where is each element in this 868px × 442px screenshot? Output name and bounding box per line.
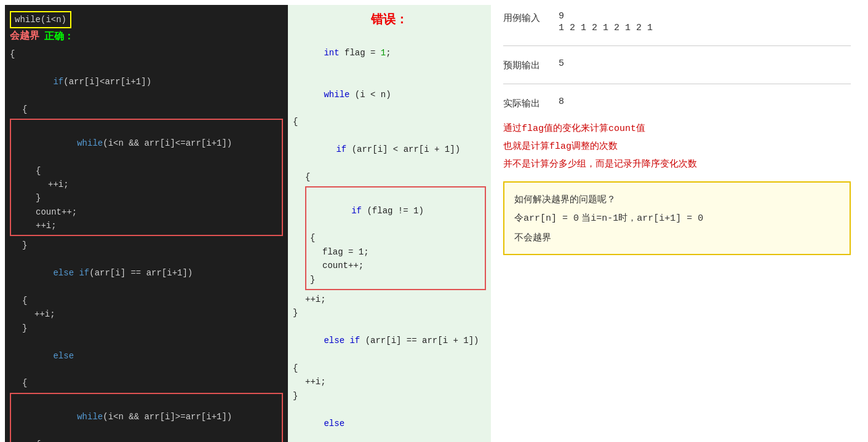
left-code-panel: while(i<n) 会越界 正确： { if(arr[i]<arr[i+1])… bbox=[5, 5, 288, 442]
m-line4: if (arr[i] < arr[i + 1]) bbox=[293, 129, 486, 170]
overflow-label: 会越界 bbox=[10, 30, 39, 42]
rb1-line4: } bbox=[36, 191, 278, 205]
right-panel: 用例输入 9 1 2 1 2 1 2 1 2 1 预期输出 5 实际输出 8 bbox=[491, 5, 863, 442]
yb-line2: 令arr[n] = 0 当i=n-1时，arr[i+1] = 0 bbox=[514, 208, 840, 228]
m-else: else bbox=[293, 403, 486, 442]
separator2 bbox=[503, 84, 851, 84]
example-input-value: 9 1 2 1 2 1 2 1 2 1 bbox=[559, 11, 653, 33]
m-cb1: } bbox=[293, 306, 486, 320]
red-box-2: while(i<n && arr[i]>=arr[i+1]) { ++i; } … bbox=[10, 393, 283, 442]
expected-output-value: 5 bbox=[559, 58, 564, 69]
example-input-val1: 9 bbox=[559, 11, 653, 22]
brace1: { bbox=[10, 103, 283, 116]
m-inci2: ++i; bbox=[293, 375, 486, 389]
rb1-line5: count++; bbox=[36, 205, 278, 219]
m-elseif: else if (arr[i] == arr[i + 1]) bbox=[293, 320, 486, 361]
m-inci1: ++i; bbox=[293, 293, 486, 306]
actual-output-value: 8 bbox=[559, 97, 564, 107]
actual-output-val: 8 bbox=[559, 97, 564, 107]
brace4: { bbox=[10, 376, 283, 390]
m-line1: int flag = 1; bbox=[293, 33, 486, 74]
error-label: 错误： bbox=[293, 11, 486, 28]
m-red-box-1: if (flag != 1) { flag = 1; count++; } bbox=[305, 186, 486, 290]
mrb1-l2: { bbox=[310, 231, 481, 245]
brace3: { bbox=[10, 294, 283, 307]
inner-inci: ++i; bbox=[10, 307, 283, 321]
middle-code-panel: 错误： int flag = 1; while (i < n) { if (ar… bbox=[288, 5, 491, 442]
example-input-section: 用例输入 9 1 2 1 2 1 2 1 2 1 bbox=[503, 11, 851, 33]
while-header: while(i<n) bbox=[15, 15, 66, 25]
yb-line3: 不会越界 bbox=[514, 228, 840, 247]
mrb1-l5: } bbox=[310, 273, 481, 286]
mrb1-l1: if (flag != 1) bbox=[310, 190, 481, 231]
expected-output-label: 预期输出 bbox=[503, 58, 546, 71]
else-if-line: else if(arr[i] == arr[i+1]) bbox=[10, 253, 283, 294]
rb1-line6: ++i; bbox=[36, 219, 278, 232]
m-line5: { bbox=[293, 170, 486, 184]
yellow-box: 如何解决越界的问题呢？ 令arr[n] = 0 当i=n-1时，arr[i+1]… bbox=[503, 181, 851, 255]
example-input-val2: 1 2 1 2 1 2 1 2 1 bbox=[559, 23, 653, 33]
rb1-line2: { bbox=[36, 164, 278, 178]
expected-output-val: 5 bbox=[559, 58, 564, 69]
red-box-1: while(i<n && arr[i]<=arr[i+1]) { ++i; } … bbox=[10, 119, 283, 236]
exp-line1: 通过flag值的变化来计算count值 bbox=[503, 119, 851, 137]
rb1-line1: while(i<n && arr[i]<=arr[i+1]) bbox=[36, 122, 278, 164]
exp-line3: 并不是计算分多少组，而是记录升降序变化次数 bbox=[503, 155, 851, 172]
brace-open: { bbox=[10, 47, 283, 61]
exp-line2: 也就是计算flag调整的次数 bbox=[503, 137, 851, 155]
example-input-label: 用例输入 bbox=[503, 11, 546, 24]
else-line: else bbox=[10, 335, 283, 376]
mrb1-l4: count++; bbox=[310, 259, 481, 272]
brace2-close: } bbox=[10, 239, 283, 252]
explanation-text: 通过flag值的变化来计算count值 也就是计算flag调整的次数 并不是计算… bbox=[503, 119, 851, 172]
actual-output-label: 实际输出 bbox=[503, 97, 546, 109]
correct-label: 正确： bbox=[44, 30, 74, 43]
actual-output-section: 实际输出 8 bbox=[503, 97, 851, 109]
mrb1-l3: flag = 1; bbox=[310, 245, 481, 259]
m-cb3: } bbox=[293, 389, 486, 403]
m-line3: { bbox=[293, 115, 486, 128]
brace3-close: } bbox=[10, 322, 283, 335]
if-line: if(arr[i]<arr[i+1]) bbox=[10, 61, 283, 103]
separator1 bbox=[503, 45, 851, 46]
m-line2: while (i < n) bbox=[293, 74, 486, 115]
expected-output-section: 预期输出 5 bbox=[503, 58, 851, 71]
rb2-line2: { bbox=[36, 438, 278, 442]
m-cb2: { bbox=[293, 361, 486, 375]
rb1-line3: ++i; bbox=[36, 178, 278, 191]
yb-line1: 如何解决越界的问题呢？ bbox=[514, 190, 840, 208]
rb2-line1: while(i<n && arr[i]>=arr[i+1]) bbox=[36, 397, 278, 438]
